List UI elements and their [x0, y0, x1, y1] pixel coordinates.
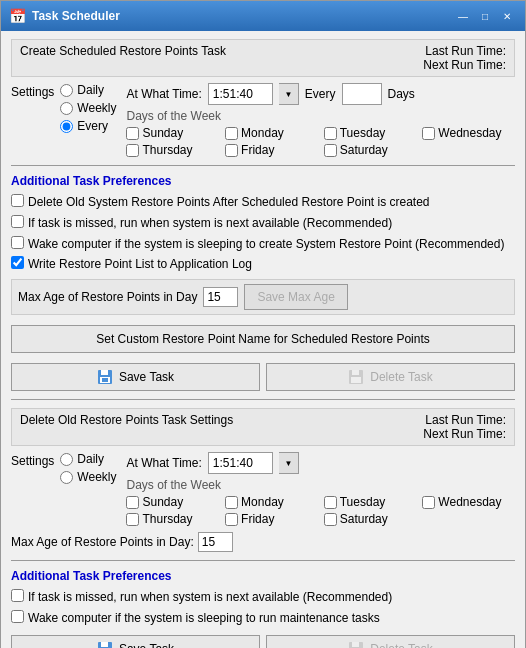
label-saturday-top: Saturday — [340, 143, 388, 157]
floppy-icon-delete-top — [348, 369, 364, 385]
checkbox-friday-bottom[interactable] — [225, 513, 238, 526]
pref-checkbox-1[interactable] — [11, 194, 24, 207]
minimize-button[interactable]: — — [453, 7, 473, 25]
day-sunday-bottom: Sunday — [126, 495, 219, 509]
top-header-title: Create Scheduled Restore Points Task — [20, 44, 226, 58]
right-section-top: At What Time: ▼ Every Days Days of the W… — [126, 83, 515, 157]
label-monday-top: Monday — [241, 126, 284, 140]
days-grid-top: Sunday Monday Tuesday Wednesday — [126, 126, 515, 157]
radio-col-top: Daily Weekly Every — [60, 83, 116, 133]
pref-checkbox-4[interactable] — [11, 256, 24, 269]
day-monday-bottom: Monday — [225, 495, 318, 509]
top-section-header: Create Scheduled Restore Points Task Las… — [11, 39, 515, 77]
pref-text-bottom-1: If task is missed, run when system is ne… — [28, 589, 392, 606]
pref-text-3: Wake computer if the system is sleeping … — [28, 236, 504, 253]
svg-rect-3 — [102, 378, 108, 382]
pref-checkbox-3[interactable] — [11, 236, 24, 249]
day-friday-top: Friday — [225, 143, 318, 157]
radio-daily-top[interactable] — [60, 84, 73, 97]
pref-item-bottom-2: Wake computer if the system is sleeping … — [11, 610, 515, 627]
pref-text-bottom-2: Wake computer if the system is sleeping … — [28, 610, 380, 627]
save-task-btn-bottom[interactable]: Save Task — [11, 635, 260, 648]
checkbox-sunday-top[interactable] — [126, 127, 139, 140]
delete-task-label-bottom: Delete Task — [370, 642, 432, 648]
time-dropdown-btn-top[interactable]: ▼ — [279, 83, 299, 105]
checkbox-saturday-top[interactable] — [324, 144, 337, 157]
title-bar: 📅 Task Scheduler — □ ✕ — [1, 1, 525, 31]
pref-item-bottom-1: If task is missed, run when system is ne… — [11, 589, 515, 606]
last-run-label-bottom: Last Run Time: — [423, 413, 506, 427]
checkbox-thursday-bottom[interactable] — [126, 513, 139, 526]
settings-bottom: Settings Daily Weekly At What Time: ▼ — [11, 452, 515, 526]
max-age-input-top[interactable] — [203, 287, 238, 307]
divider-2 — [11, 399, 515, 400]
checkbox-monday-bottom[interactable] — [225, 496, 238, 509]
pref-checkbox-bottom-2[interactable] — [11, 610, 24, 623]
checkbox-thursday-top[interactable] — [126, 144, 139, 157]
time-input-top[interactable] — [208, 83, 273, 105]
content-area: Create Scheduled Restore Points Task Las… — [1, 31, 525, 648]
run-times-bottom: Last Run Time: Next Run Time: — [423, 413, 506, 441]
max-age-input-bottom[interactable] — [198, 532, 233, 552]
radio-weekly-row-top: Weekly — [60, 101, 116, 115]
app-icon: 📅 — [9, 8, 26, 24]
day-tuesday-bottom: Tuesday — [324, 495, 417, 509]
max-age-label-bottom: Max Age of Restore Points in Day: — [11, 535, 194, 549]
title-bar-controls: — □ ✕ — [453, 7, 517, 25]
at-what-time-label-bottom: At What Time: — [126, 456, 201, 470]
at-what-time-label-top: At What Time: — [126, 87, 201, 101]
checkbox-monday-top[interactable] — [225, 127, 238, 140]
time-dropdown-btn-bottom[interactable]: ▼ — [279, 452, 299, 474]
floppy-icon-delete-bottom — [348, 641, 364, 648]
divider-1 — [11, 165, 515, 166]
day-saturday-top: Saturday — [324, 143, 417, 157]
main-window: 📅 Task Scheduler — □ ✕ Create Scheduled … — [0, 0, 526, 648]
daily-label-bottom: Daily — [77, 452, 104, 466]
day-monday-top: Monday — [225, 126, 318, 140]
label-thursday-bottom: Thursday — [142, 512, 192, 526]
last-run-label-top: Last Run Time: — [423, 44, 506, 58]
right-section-bottom: At What Time: ▼ Days of the Week Sunday … — [126, 452, 515, 526]
label-wednesday-bottom: Wednesday — [438, 495, 501, 509]
save-task-label-top: Save Task — [119, 370, 174, 384]
bottom-section-header: Delete Old Restore Points Task Settings … — [11, 408, 515, 446]
divider-3 — [11, 560, 515, 561]
delete-task-label-top: Delete Task — [370, 370, 432, 384]
day-saturday-bottom: Saturday — [324, 512, 417, 526]
daily-label-top: Daily — [77, 83, 104, 97]
checkbox-sunday-bottom[interactable] — [126, 496, 139, 509]
pref-checkbox-bottom-1[interactable] — [11, 589, 24, 602]
radio-weekly-top[interactable] — [60, 102, 73, 115]
radio-daily-bottom[interactable] — [60, 453, 73, 466]
day-thursday-top: Thursday — [126, 143, 219, 157]
radio-every-top[interactable] — [60, 120, 73, 133]
pref-item-2: If task is missed, run when system is ne… — [11, 215, 515, 232]
close-button[interactable]: ✕ — [497, 7, 517, 25]
days-text-top: Days — [388, 87, 415, 101]
next-run-label-top: Next Run Time: — [423, 58, 506, 72]
radio-weekly-row-bottom: Weekly — [60, 470, 116, 484]
pref-checkbox-2[interactable] — [11, 215, 24, 228]
next-run-label-bottom: Next Run Time: — [423, 427, 506, 441]
pref-text-1: Delete Old System Restore Points After S… — [28, 194, 430, 211]
radio-weekly-bottom[interactable] — [60, 471, 73, 484]
checkbox-wednesday-top[interactable] — [422, 127, 435, 140]
checkbox-saturday-bottom[interactable] — [324, 513, 337, 526]
maximize-button[interactable]: □ — [475, 7, 495, 25]
checkbox-tuesday-top[interactable] — [324, 127, 337, 140]
save-max-age-btn-top[interactable]: Save Max Age — [244, 284, 347, 310]
save-task-btn-top[interactable]: Save Task — [11, 363, 260, 391]
pref-text-2: If task is missed, run when system is ne… — [28, 215, 392, 232]
custom-name-btn[interactable]: Set Custom Restore Point Name for Schedu… — [11, 325, 515, 353]
svg-rect-5 — [352, 370, 359, 375]
delete-task-btn-bottom: Delete Task — [266, 635, 515, 648]
pref-item-1: Delete Old System Restore Points After S… — [11, 194, 515, 211]
every-input-top[interactable] — [342, 83, 382, 105]
checkbox-wednesday-bottom[interactable] — [422, 496, 435, 509]
radio-daily-row-top: Daily — [60, 83, 116, 97]
checkbox-friday-top[interactable] — [225, 144, 238, 157]
time-input-bottom[interactable] — [208, 452, 273, 474]
checkbox-tuesday-bottom[interactable] — [324, 496, 337, 509]
label-friday-top: Friday — [241, 143, 274, 157]
days-of-week-label-bottom: Days of the Week — [126, 478, 515, 492]
